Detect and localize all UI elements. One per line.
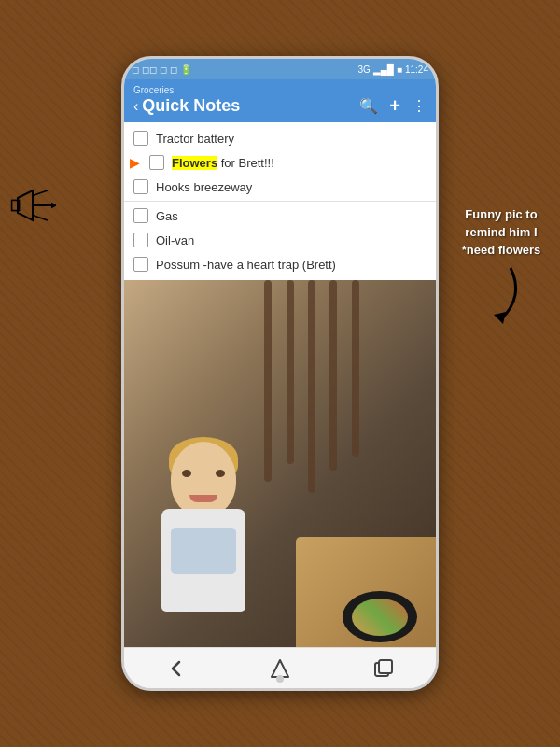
- app-title: Quick Notes: [142, 96, 240, 116]
- checkbox-2[interactable]: [149, 155, 164, 170]
- list-item[interactable]: Oil-van: [124, 228, 436, 252]
- menu-button[interactable]: ⋮: [412, 97, 427, 115]
- svg-marker-7: [494, 312, 506, 324]
- time-display: 11:24: [405, 64, 428, 75]
- app-bar-title-area: ‹ Quick Notes: [133, 96, 240, 116]
- item-text-1: Tractor battery: [156, 132, 234, 146]
- checkbox-7[interactable]: [133, 257, 148, 272]
- left-annotation: [9, 187, 56, 224]
- chair-slat-3: [308, 280, 315, 493]
- boy-face: [171, 442, 236, 516]
- item-text-3: Hooks breezeway: [156, 180, 252, 194]
- battery-icon: 🔋: [180, 64, 191, 75]
- list-item[interactable]: Possum -have a heart trap (Brett): [124, 252, 436, 276]
- arrow-icon: ▶: [130, 155, 140, 170]
- chair-slat-5: [352, 280, 359, 457]
- curved-arrow-icon: [450, 263, 553, 332]
- list-item[interactable]: Gas: [124, 204, 436, 228]
- item-text-5: Gas: [156, 209, 178, 223]
- home-dot: [276, 675, 284, 683]
- wifi-icon: ◻: [160, 64, 167, 75]
- svg-rect-10: [379, 660, 392, 673]
- signal-icon: ◻◻: [142, 64, 157, 75]
- annotation-text: Funny pic to remind him I *need flowers: [462, 207, 541, 257]
- megaphone-icon: [9, 187, 56, 224]
- notes-list: Tractor battery ▶ Flowers for Brett!!! H…: [124, 122, 436, 280]
- boy-figure: [143, 442, 264, 628]
- svg-line-2: [33, 190, 48, 196]
- wifi-status-icon: ■: [397, 64, 402, 75]
- list-divider: [124, 201, 436, 202]
- network-label: 3G: [357, 64, 370, 75]
- list-item[interactable]: Hooks breezeway: [124, 175, 436, 199]
- phone-frame: ◻ ◻◻ ◻ ◻ 🔋 3G ▂▄█ ■ 11:24 Groceries ‹ Qu…: [121, 56, 439, 691]
- notification-icon: ◻: [132, 64, 139, 75]
- chair-slat-1: [264, 280, 272, 482]
- bluetooth-icon: ◻: [170, 64, 177, 75]
- shirt-design: [171, 528, 236, 574]
- status-bar: ◻ ◻◻ ◻ ◻ 🔋 3G ▂▄█ ■ 11:24: [124, 59, 436, 79]
- app-bar-actions: 🔍 + ⋮: [359, 95, 427, 117]
- signal-strength: ▂▄█: [373, 64, 394, 75]
- add-button[interactable]: +: [389, 95, 400, 117]
- status-right: 3G ▂▄█ ■ 11:24: [357, 64, 428, 75]
- attached-image: [124, 280, 436, 647]
- checkbox-3[interactable]: [133, 179, 148, 194]
- boy-eye-right: [216, 470, 225, 477]
- chair-slat-2: [287, 280, 294, 464]
- back-button[interactable]: ‹: [133, 98, 138, 115]
- svg-marker-8: [272, 660, 288, 677]
- svg-marker-6: [51, 203, 56, 208]
- item-text-7: Possum -have a heart trap (Brett): [156, 258, 336, 272]
- recent-apps-icon: [373, 658, 394, 679]
- right-annotation: Funny pic to remind him I *need flowers: [450, 205, 553, 332]
- checkbox-6[interactable]: [133, 233, 148, 247]
- highlighted-word: Flowers: [172, 156, 217, 170]
- status-icons-left: ◻ ◻◻ ◻ ◻ 🔋: [132, 64, 191, 75]
- list-item[interactable]: Tractor battery: [124, 126, 436, 150]
- content-area: Tractor battery ▶ Flowers for Brett!!! H…: [124, 122, 436, 647]
- chair-slat-4: [329, 280, 337, 471]
- checkbox-1[interactable]: [133, 131, 148, 146]
- list-item[interactable]: ▶ Flowers for Brett!!!: [124, 150, 436, 175]
- image-placeholder: [124, 280, 436, 647]
- checkbox-5[interactable]: [133, 208, 148, 223]
- item-text-2: Flowers for Brett!!!: [172, 156, 274, 170]
- boy-eye-left: [182, 470, 191, 477]
- back-nav-button[interactable]: [153, 655, 200, 683]
- app-bar-subtitle: Groceries: [133, 85, 427, 95]
- plate-food: [352, 599, 408, 636]
- app-bar: Groceries ‹ Quick Notes 🔍 + ⋮: [124, 79, 436, 122]
- boy-body: [161, 509, 245, 612]
- search-button[interactable]: 🔍: [359, 97, 378, 115]
- item-text-6: Oil-van: [156, 233, 194, 247]
- boy-mouth: [189, 495, 217, 502]
- recent-apps-button[interactable]: [360, 655, 407, 683]
- app-bar-main-row: ‹ Quick Notes 🔍 + ⋮: [133, 95, 427, 117]
- food-plate: [343, 591, 417, 642]
- back-nav-icon: [166, 658, 187, 679]
- svg-line-4: [33, 215, 48, 220]
